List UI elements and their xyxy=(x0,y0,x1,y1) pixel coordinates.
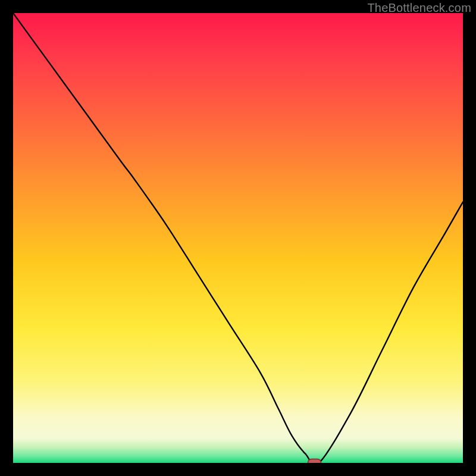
plot-area xyxy=(13,13,463,463)
chart-frame: TheBottleneck.com xyxy=(0,0,476,476)
plot-svg xyxy=(13,13,463,463)
gradient-background xyxy=(13,13,463,463)
optimum-marker xyxy=(308,459,321,464)
